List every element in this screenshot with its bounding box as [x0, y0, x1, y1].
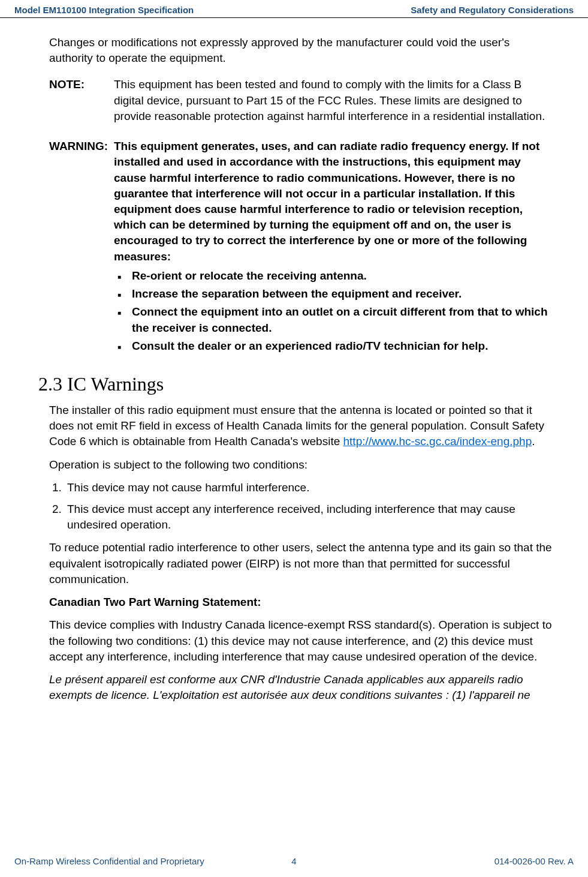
section-body: The installer of this radio equipment mu…: [38, 403, 552, 704]
warning-block: WARNING: This equipment generates, uses,…: [49, 139, 552, 356]
p1-post: .: [532, 435, 535, 447]
section-p1: The installer of this radio equipment mu…: [49, 403, 552, 450]
section-p3: To reduce potential radio interference t…: [49, 540, 552, 587]
section-p5: This device complies with Industry Canad…: [49, 617, 552, 665]
section-p4-title: Canadian Two Part Warning Statement:: [49, 594, 552, 610]
bullet-text: Connect the equipment into an outlet on …: [132, 304, 552, 335]
footer-page-number: 4: [291, 856, 296, 866]
bullet-icon: ■: [117, 343, 121, 352]
note-block: NOTE: This equipment has been tested and…: [49, 77, 552, 124]
list-item: ■ Connect the equipment into an outlet o…: [114, 304, 552, 335]
intro-paragraph: Changes or modifications not expressly a…: [49, 35, 552, 66]
warning-text: This equipment generates, uses, and can …: [114, 140, 539, 263]
page-footer: On-Ramp Wireless Confidential and Propri…: [14, 856, 574, 866]
numbered-list: This device may not cause harmful interf…: [49, 480, 552, 533]
bullet-icon: ■: [117, 309, 121, 317]
footer-right: 014-0026-00 Rev. A: [494, 856, 574, 866]
bullet-icon: ■: [117, 291, 121, 299]
warning-bullets: ■ Re-orient or relocate the receiving an…: [114, 268, 552, 354]
header-left: Model EM110100 Integration Specification: [14, 5, 194, 15]
list-item: This device must accept any interference…: [65, 501, 552, 533]
list-item: ■ Consult the dealer or an experienced r…: [114, 338, 552, 354]
section-p6: Le présent appareil est conforme aux CNR…: [49, 672, 552, 703]
bullet-icon: ■: [117, 273, 121, 281]
section-p2: Operation is subject to the following tw…: [49, 457, 552, 473]
warning-label: WARNING:: [49, 139, 114, 356]
list-item: ■ Re-orient or relocate the receiving an…: [114, 268, 552, 284]
section-heading: 2.3 IC Warnings: [38, 373, 552, 395]
page-header: Model EM110100 Integration Specification…: [0, 0, 588, 18]
page-content: Changes or modifications not expressly a…: [0, 18, 588, 703]
bullet-text: Re-orient or relocate the receiving ante…: [132, 268, 552, 284]
bullet-text: Increase the separation between the equi…: [132, 286, 552, 302]
list-item: ■ Increase the separation between the eq…: [114, 286, 552, 302]
footer-left: On-Ramp Wireless Confidential and Propri…: [14, 856, 204, 866]
list-item: This device may not cause harmful interf…: [65, 480, 552, 495]
warning-content: This equipment generates, uses, and can …: [114, 139, 552, 356]
health-canada-link[interactable]: http://www.hc-sc.gc.ca/index-eng.php: [343, 435, 532, 447]
note-text: This equipment has been tested and found…: [114, 77, 552, 124]
header-right: Safety and Regulatory Considerations: [411, 5, 574, 15]
bullet-text: Consult the dealer or an experienced rad…: [132, 338, 552, 354]
note-label: NOTE:: [49, 77, 114, 124]
